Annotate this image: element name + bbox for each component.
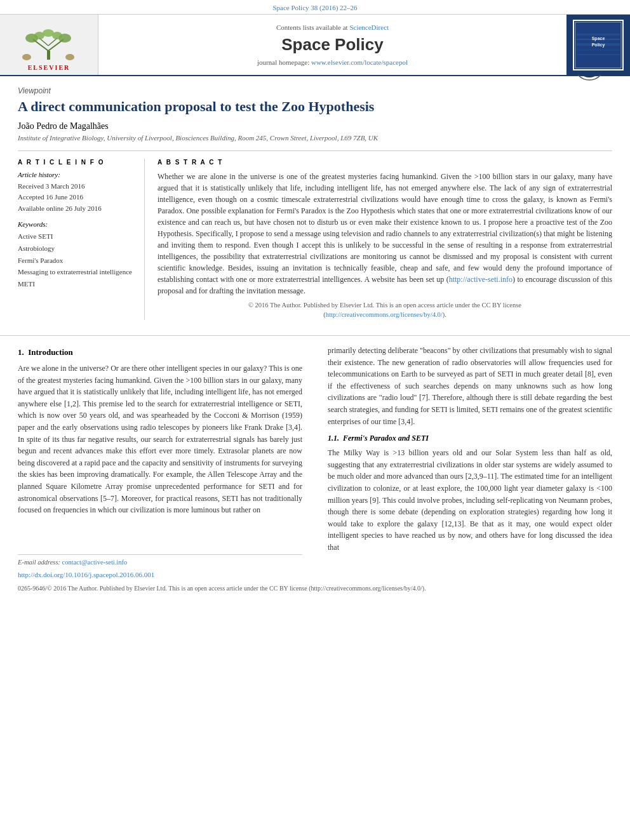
article-title: A direct communication proposal to test … (18, 98, 612, 116)
svg-point-10 (22, 54, 31, 60)
homepage-line: journal homepage: www.elsevier.com/locat… (257, 58, 408, 66)
svg-point-9 (43, 29, 54, 37)
svg-rect-18 (577, 49, 620, 51)
bottom-copyright: 0265-9646/© 2016 The Author. Published b… (0, 581, 630, 598)
homepage-link[interactable]: www.elsevier.com/locate/spacepol (311, 58, 408, 66)
journal-citation: Space Policy 38 (2016) 22–26 (272, 4, 357, 11)
email-link[interactable]: contact@active-seti.info (62, 559, 128, 566)
elsevier-tree-icon (14, 27, 84, 62)
article-info-heading: A R T I C L E I N F O (18, 159, 135, 166)
journal-title: Space Policy (281, 35, 383, 55)
history-label: Article history: (18, 171, 135, 178)
doi-link[interactable]: http://dx.doi.org/10.1016/j.spacepol.201… (18, 571, 154, 578)
abstract-col: A B S T R A C T Whether we are alone in … (158, 159, 612, 321)
badge-icon: Space Policy (574, 21, 622, 69)
space-policy-badge: Space Policy (573, 20, 624, 70)
sciencedirect-link[interactable]: ScienceDirect (349, 23, 389, 31)
top-bar: Space Policy 38 (2016) 22–26 (0, 0, 630, 15)
journal-badge-area: Space Policy (566, 15, 630, 75)
email-footnote: E-mail address: contact@active-seti.info (18, 559, 302, 566)
svg-text:Policy: Policy (592, 43, 605, 48)
keyword-fermis-paradox: Fermi's Paradox (18, 255, 135, 267)
received-date: Received 3 March 2016 (18, 181, 135, 192)
subsection-1-1-heading: 1.1. Fermi's Paradox and SETI (328, 434, 612, 443)
keyword-active-seti: Active SETI (18, 230, 135, 243)
article-affiliation: Institute of Integrative Biology, Univer… (18, 134, 612, 142)
doi-section: http://dx.doi.org/10.1016/j.spacepol.201… (0, 566, 630, 581)
cc-license-link[interactable]: http://creativecommons.org/licenses/by/4… (326, 311, 443, 318)
section-divider (0, 335, 630, 336)
contents-line: Contents lists available at ScienceDirec… (276, 23, 389, 31)
svg-point-11 (65, 54, 74, 60)
body-right-col: primarily detecting deliberate "beacons"… (321, 345, 612, 566)
intro-heading: 1. Introduction (18, 347, 302, 357)
accepted-date: Accepted 16 June 2016 (18, 192, 135, 203)
website-link[interactable]: http://active-seti.info (449, 275, 513, 284)
elsevier-logo-area: ELSEVIER (0, 15, 98, 75)
abstract-copyright: © 2016 The Author. Published by Elsevier… (158, 300, 612, 321)
keyword-astrobiology: Astrobiology (18, 243, 135, 255)
abstract-text: Whether we are alone in the universe is … (158, 171, 612, 297)
body-left-col: 1. Introduction Are we alone in the univ… (18, 345, 309, 566)
article-header: CrossMark click for updates Viewpoint A … (0, 76, 630, 326)
svg-rect-15 (577, 34, 620, 36)
abstract-heading: A B S T R A C T (158, 159, 612, 166)
intro-paragraph-2: primarily detecting deliberate "beacons"… (328, 345, 612, 427)
keyword-meti: Messaging to extraterrestrial intelligen… (18, 266, 135, 278)
subsection-1-1-text: The Milky Way is >13 billion years old a… (328, 447, 612, 553)
keywords-label: Keywords: (18, 220, 135, 228)
elsevier-label: ELSEVIER (28, 64, 70, 71)
svg-rect-0 (47, 51, 50, 60)
info-abstract-section: A R T I C L E I N F O Article history: R… (18, 150, 612, 321)
email-label: E-mail address: (18, 559, 60, 566)
svg-text:Space: Space (592, 36, 605, 41)
article-author: João Pedro de Magalhães (18, 121, 612, 131)
practical-reasons-text: reasons (195, 494, 218, 503)
article-info-col: A R T I C L E I N F O Article history: R… (18, 159, 145, 321)
journal-header: ELSEVIER Contents lists available at Sci… (0, 15, 630, 76)
intro-paragraph-1: Are we alone in the universe? Or are the… (18, 363, 302, 516)
viewpoint-label: Viewpoint (18, 86, 612, 95)
svg-rect-19 (577, 54, 620, 55)
available-date: Available online 26 July 2016 (18, 203, 135, 215)
body-section: 1. Introduction Are we alone in the univ… (0, 345, 630, 566)
keyword-meti-abbr: METI (18, 278, 135, 290)
journal-center: Contents lists available at ScienceDirec… (98, 15, 566, 75)
